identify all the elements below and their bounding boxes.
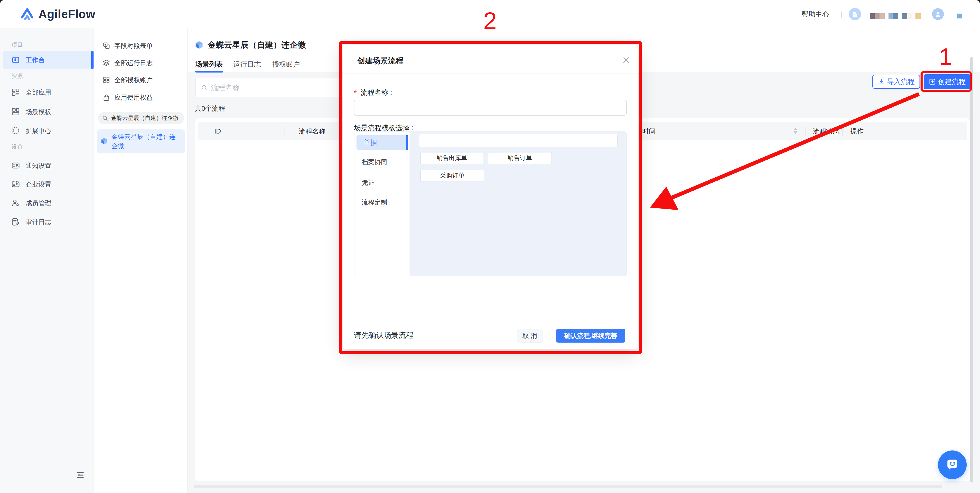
sidebar-item-workbench[interactable]: 工作台 bbox=[0, 51, 94, 69]
audit-doc-icon bbox=[11, 218, 20, 226]
column-header-flow-status[interactable]: 流程状态 bbox=[813, 122, 840, 140]
column-separator bbox=[805, 127, 806, 136]
subsidebar-item-selected-app[interactable]: 金蝶云星辰（自建）连企微 bbox=[97, 129, 185, 153]
redacted-org-name-block bbox=[902, 13, 907, 19]
confirm-button[interactable]: 确认流程,继续完善 bbox=[556, 329, 625, 343]
template-tab-label: 单据 bbox=[364, 135, 377, 149]
tab-authorized-accounts[interactable]: 授权账户 bbox=[272, 59, 300, 70]
template-tab-archive-collab[interactable]: 档案协同 bbox=[362, 156, 387, 168]
template-tab-documents[interactable]: 单据 bbox=[356, 135, 408, 149]
import-flow-label: 导入流程 bbox=[887, 77, 915, 86]
sidebar-item-label: 通知设置 bbox=[25, 161, 51, 170]
sidebar-item-enterprise-settings[interactable]: 企业设置 bbox=[0, 175, 94, 194]
subsidebar-item-label: 全部运行日志 bbox=[114, 59, 153, 67]
org-avatar[interactable] bbox=[849, 8, 861, 20]
search-icon bbox=[200, 84, 208, 91]
sidebar-item-label: 成员管理 bbox=[25, 199, 51, 207]
modal-title: 创建场景流程 bbox=[357, 56, 403, 66]
sidebar-item-label: 场景模板 bbox=[25, 108, 51, 116]
vertical-scrollbar[interactable] bbox=[970, 57, 973, 482]
modal-close-button[interactable] bbox=[621, 55, 631, 65]
collapse-sidebar-button[interactable] bbox=[75, 470, 86, 480]
modal-header-divider bbox=[343, 73, 638, 74]
app-search-input[interactable] bbox=[110, 115, 182, 122]
import-flow-button[interactable]: 导入流程 bbox=[872, 75, 920, 89]
search-icon bbox=[102, 115, 108, 121]
sidebar-group-project: 项目 bbox=[11, 41, 23, 49]
person-icon bbox=[934, 10, 942, 18]
template-tab-voucher[interactable]: 凭证 bbox=[362, 177, 374, 188]
header-divider: | bbox=[841, 0, 842, 28]
flow-search-box[interactable] bbox=[195, 78, 359, 97]
subsidebar-divider bbox=[99, 108, 182, 108]
redacted-org-name-block bbox=[907, 13, 912, 19]
redacted-org-name-block bbox=[893, 13, 898, 19]
template-picker-panel: 单据 档案协同 凭证 流程定制 销售出库单 销售订单 采购订单 bbox=[354, 132, 627, 276]
support-chat-button[interactable] bbox=[938, 450, 967, 479]
plus-square-icon bbox=[929, 78, 936, 85]
redacted-org-name-block bbox=[870, 13, 875, 19]
required-mark: * bbox=[354, 89, 357, 97]
create-flow-label: 创建流程 bbox=[938, 77, 966, 86]
sort-descend-icon bbox=[794, 131, 797, 134]
building-icon bbox=[851, 10, 859, 18]
column-separator bbox=[842, 127, 843, 136]
column-header-id[interactable]: ID bbox=[214, 122, 221, 140]
brand: AgileFlow bbox=[20, 0, 95, 28]
tab-run-logs[interactable]: 运行日志 bbox=[233, 59, 261, 70]
flow-search-input[interactable] bbox=[210, 83, 349, 92]
sidebar-item-notification-settings[interactable]: 通知设置 bbox=[0, 156, 94, 175]
subsidebar-item-field-mapping-form[interactable]: 字段对照表单 bbox=[94, 37, 188, 54]
download-icon bbox=[878, 78, 885, 85]
sidebar-group-settings: 设置 bbox=[11, 143, 23, 151]
flow-name-input[interactable] bbox=[354, 100, 627, 116]
sidebar-item-member-management[interactable]: 成员管理 bbox=[0, 194, 94, 212]
horizontal-scrollbar[interactable] bbox=[194, 485, 942, 488]
sidebar-item-all-apps[interactable]: 全部应用 bbox=[0, 83, 94, 102]
modal-footer-hint: 请先确认场景流程 bbox=[354, 330, 414, 340]
chat-smiley-icon bbox=[943, 456, 961, 474]
app-cube-icon bbox=[194, 40, 204, 50]
sidebar-item-label: 审计日志 bbox=[25, 218, 51, 226]
create-flow-button[interactable]: 创建流程 bbox=[924, 74, 971, 89]
sort-ascend-icon bbox=[794, 127, 797, 130]
user-avatar[interactable] bbox=[932, 8, 944, 20]
column-header-flow-name[interactable]: 流程名称 bbox=[299, 122, 326, 140]
column-separator bbox=[284, 127, 285, 136]
workbench-icon bbox=[11, 56, 20, 64]
notification-card-icon bbox=[11, 161, 20, 170]
flow-name-label: 流程名称 : bbox=[361, 88, 392, 97]
subsidebar-item-all-authorized-accounts[interactable]: 全部授权账户 bbox=[94, 72, 188, 88]
bag-icon bbox=[102, 94, 110, 101]
subsidebar-item-all-run-logs[interactable]: 全部运行日志 bbox=[94, 54, 188, 71]
column-header-actions[interactable]: 操作 bbox=[850, 122, 864, 140]
sort-control[interactable] bbox=[794, 127, 797, 134]
subsidebar-item-app-usage-rights[interactable]: 应用使用权益 bbox=[94, 89, 188, 106]
redacted-user-name-block bbox=[957, 14, 962, 18]
logo-text: AgileFlow bbox=[38, 7, 95, 21]
collapse-sidebar-icon bbox=[76, 471, 85, 479]
template-filter-input[interactable] bbox=[419, 134, 617, 147]
template-option-sales-outbound[interactable]: 销售出库单 bbox=[420, 152, 483, 164]
sidebar-item-label: 企业设置 bbox=[25, 180, 51, 189]
sidebar-item-scene-templates[interactable]: 场景模板 bbox=[0, 102, 94, 121]
page-title: 金蝶云星辰（自建）连企微 bbox=[208, 40, 306, 51]
sidebar-item-audit-log[interactable]: 审计日志 bbox=[0, 213, 94, 231]
template-tab-flow-custom[interactable]: 流程定制 bbox=[362, 197, 387, 208]
template-option-sales-order[interactable]: 销售订单 bbox=[488, 152, 552, 164]
primary-sidebar: 项目 工作台 资源 全部应用 场景模板 扩展中心 设置 通知设置 企业设置 bbox=[0, 28, 94, 493]
template-option-purchase-order[interactable]: 采购订单 bbox=[420, 170, 484, 181]
active-tab-underline bbox=[195, 71, 223, 73]
redacted-org-name-block bbox=[875, 13, 880, 19]
sidebar-item-label: 扩展中心 bbox=[25, 127, 51, 135]
help-center-link[interactable]: 帮助中心 bbox=[802, 0, 829, 28]
sidebar-item-extension-center[interactable]: 扩展中心 bbox=[0, 121, 94, 140]
tab-scene-list[interactable]: 场景列表 bbox=[195, 59, 223, 70]
column-header-time[interactable]: 时间 bbox=[642, 122, 655, 140]
cancel-button[interactable]: 取 消 bbox=[517, 329, 543, 343]
grid-icon bbox=[102, 76, 110, 84]
sidebar-item-label: 工作台 bbox=[25, 56, 45, 64]
app-cube-icon bbox=[100, 137, 108, 145]
app-search-box[interactable] bbox=[98, 112, 184, 124]
apps-icon bbox=[11, 88, 20, 97]
